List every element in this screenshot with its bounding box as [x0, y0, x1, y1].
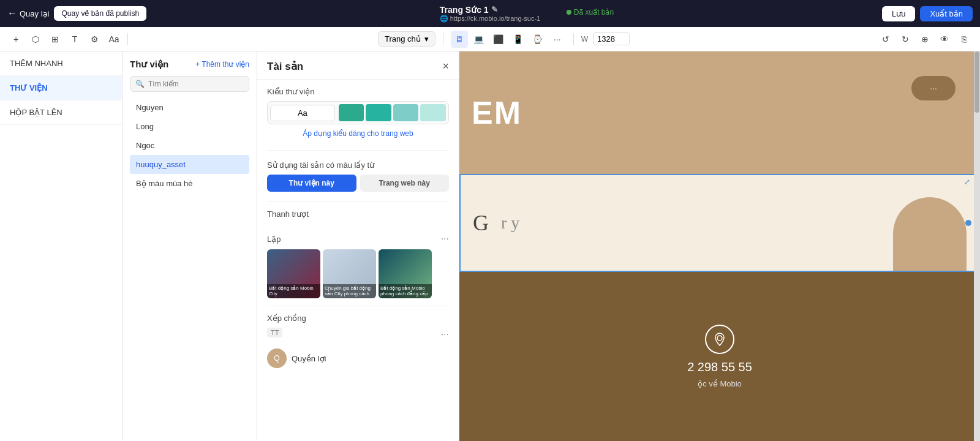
library-item-ngoc[interactable]: Ngoc: [130, 136, 249, 155]
sidebar-item-them-nhanh[interactable]: THÊM NHANH: [0, 51, 122, 76]
page-url: 🌐 https://ck.mobio.io/trang-suc-1: [440, 15, 540, 23]
kieu-thu-vien-label: Kiểu thư viện: [267, 87, 449, 96]
style-options: Aa: [267, 101, 449, 124]
avatar-name: Quyền lợi: [292, 354, 326, 363]
lap-label: Lặp: [267, 235, 281, 244]
source-webpage-button[interactable]: Trang web này: [360, 175, 450, 192]
canvas-phone: 2 298 55 55: [687, 360, 752, 374]
library-item-nguyen[interactable]: Nguyen: [130, 98, 249, 117]
redo-icon[interactable]: ↻: [897, 31, 914, 48]
export-button[interactable]: Xuất bản: [920, 6, 973, 21]
lap-section: Lặp ··· Bất động sản Mobio City Chuyên g…: [257, 228, 459, 303]
toolbar-right: ↺ ↻ ⊕ 👁 ⎘: [877, 31, 973, 48]
sidebar-left: THÊM NHANH THƯ VIỆN HỘP BẬT LÊN: [0, 51, 123, 441]
sidebar-item-hop-bat-len[interactable]: HỘP BẬT LÊN: [0, 100, 122, 125]
status-dot: [567, 10, 571, 15]
su-dung-label: Sử dụng tài sản có màu lấy từ: [267, 160, 449, 170]
canvas-arc-shape: [893, 197, 967, 271]
topbar-right: Lưu Xuất bản: [882, 6, 973, 21]
corner-expand-icon[interactable]: ⤢: [964, 178, 970, 186]
page-select[interactable]: Trang chủ ▾: [378, 31, 435, 47]
library-title: Thư viện: [130, 59, 168, 70]
eye-icon[interactable]: 👁: [936, 31, 953, 48]
library-list: Nguyen Long Ngoc huuquy_asset Bộ màu mùa…: [130, 98, 249, 193]
page-title: Trang Sức 1 ✎: [440, 5, 540, 15]
thanh-truot-label: Thanh trượt: [267, 209, 309, 219]
topbar-center: Trang Sức 1 ✎ 🌐 https://ck.mobio.io/tran…: [440, 5, 540, 23]
shape-icon[interactable]: ⬡: [27, 31, 44, 48]
sidebar-item-thu-vien[interactable]: THƯ VIỆN: [0, 76, 122, 100]
lap-more-icon[interactable]: ···: [441, 233, 449, 244]
image-grid: Bất động sản Mobio City Chuyên gia bất đ…: [267, 249, 449, 298]
toolbar-separator-2: [443, 33, 443, 45]
settings-icon[interactable]: ⚙: [86, 31, 103, 48]
search-input[interactable]: [148, 80, 244, 88]
search-box: 🔍: [130, 76, 249, 92]
library-item-long[interactable]: Long: [130, 117, 249, 136]
published-label: Đã xuất bản: [574, 8, 614, 17]
status-area: Đã xuất bản: [567, 8, 614, 17]
swatch-3[interactable]: [393, 104, 419, 121]
source-buttons: Thư viện này Trang web này: [267, 175, 449, 192]
style-text-option[interactable]: Aa: [270, 105, 335, 121]
image-item-3[interactable]: Bất động sản Mobio phong cách đẳng cấp: [379, 249, 432, 298]
edit-title-icon[interactable]: ✎: [491, 5, 498, 14]
layout-icon[interactable]: ⊞: [47, 31, 64, 48]
divider-1: [267, 150, 449, 151]
color-swatches: [339, 104, 446, 121]
save-button[interactable]: Lưu: [882, 6, 915, 21]
add-library-button[interactable]: + Thêm thư viện: [195, 60, 249, 69]
canvas-content: EM ··· G r y ⤢: [459, 51, 980, 441]
swatch-4[interactable]: [420, 104, 446, 121]
image-item-2[interactable]: Chuyên gia bất động sản City phong cách: [323, 249, 376, 298]
image-caption-2: Chuyên gia bất động sản City phong cách: [323, 284, 376, 298]
canvas-cursive-g: G: [473, 210, 489, 236]
apply-style-link[interactable]: Áp dụng kiểu dáng cho trang web: [267, 127, 449, 140]
su-dung-section: Sử dụng tài sản có màu lấy từ Thư viện n…: [257, 153, 459, 199]
canvas-area: EM ··· G r y ⤢: [459, 51, 980, 441]
watch-icon[interactable]: ⌚: [529, 31, 546, 48]
swatch-2[interactable]: [366, 104, 391, 121]
xep-chong-section: Xếp chồng TT ··· Q Quyền lợi: [257, 309, 459, 375]
library-item-huuquy[interactable]: huuquy_asset: [130, 155, 249, 174]
zoom-icon[interactable]: ⊕: [916, 31, 933, 48]
tt-header: TT ···: [267, 328, 449, 341]
width-label: W: [581, 35, 588, 43]
image-item-1[interactable]: Bất động sản Mobio City: [267, 249, 320, 298]
close-asset-panel-button[interactable]: ×: [442, 60, 449, 73]
resize-handle[interactable]: [965, 220, 971, 226]
library-item-bo-mau[interactable]: Bộ màu mùa hè: [130, 174, 249, 193]
device-icons: 🖥 💻 ⬛ 📱 ⌚ ···: [451, 31, 566, 48]
desktop-icon[interactable]: 🖥: [451, 31, 468, 48]
canvas-bottom-section[interactable]: 2 298 55 55 ộc về Mobio: [459, 272, 980, 441]
more-devices-icon[interactable]: ···: [549, 31, 566, 48]
add-element-icon[interactable]: +: [7, 31, 24, 48]
laptop-icon[interactable]: 💻: [470, 31, 488, 48]
width-input[interactable]: [593, 32, 630, 45]
scroll-thumb[interactable]: [974, 51, 979, 113]
topbar-left: ← Quay lại Quay về bản đã publish: [7, 6, 146, 21]
canvas-em-text: EM: [459, 94, 522, 131]
url-text: https://ck.mobio.io/trang-suc-1: [450, 15, 540, 22]
thanh-truot-header: Thanh trượt: [267, 209, 449, 219]
copy-icon[interactable]: ⎘: [956, 31, 973, 48]
image-caption-3: Bất động sản Mobio phong cách đẳng cấp: [379, 284, 432, 298]
avatar-row: Q Quyền lợi: [267, 346, 449, 371]
search-icon: 🔍: [135, 80, 145, 88]
canvas-mid-section[interactable]: G r y ⤢: [459, 174, 980, 272]
tablet-icon[interactable]: ⬛: [490, 31, 507, 48]
source-library-button[interactable]: Thư viện này: [267, 175, 356, 192]
font-icon[interactable]: Aa: [105, 31, 123, 48]
canvas-button-shape: ···: [911, 76, 956, 100]
swatch-1[interactable]: [339, 104, 364, 121]
canvas-top-section[interactable]: EM ···: [459, 51, 980, 174]
xep-chong-header: Xếp chồng: [267, 314, 449, 323]
back-label: Quay lại: [20, 9, 49, 18]
mobile-icon[interactable]: 📱: [510, 31, 527, 48]
kieu-thu-vien-section: Kiểu thư viện Aa Áp dụng kiểu dáng cho t…: [257, 80, 459, 148]
back-button[interactable]: ← Quay lại: [7, 8, 49, 19]
tt-more-icon[interactable]: ···: [441, 329, 449, 340]
text-icon[interactable]: T: [66, 31, 83, 48]
publish-revert-button[interactable]: Quay về bản đã publish: [54, 6, 146, 21]
undo-icon[interactable]: ↺: [877, 31, 894, 48]
